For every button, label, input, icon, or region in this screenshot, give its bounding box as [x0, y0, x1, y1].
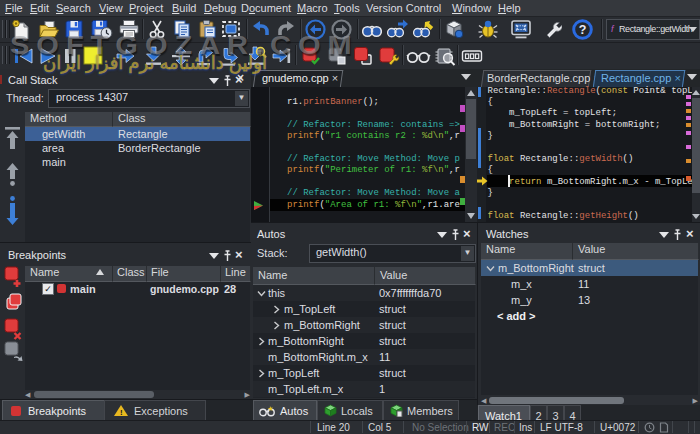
svg-text:?: ? — [579, 23, 587, 37]
